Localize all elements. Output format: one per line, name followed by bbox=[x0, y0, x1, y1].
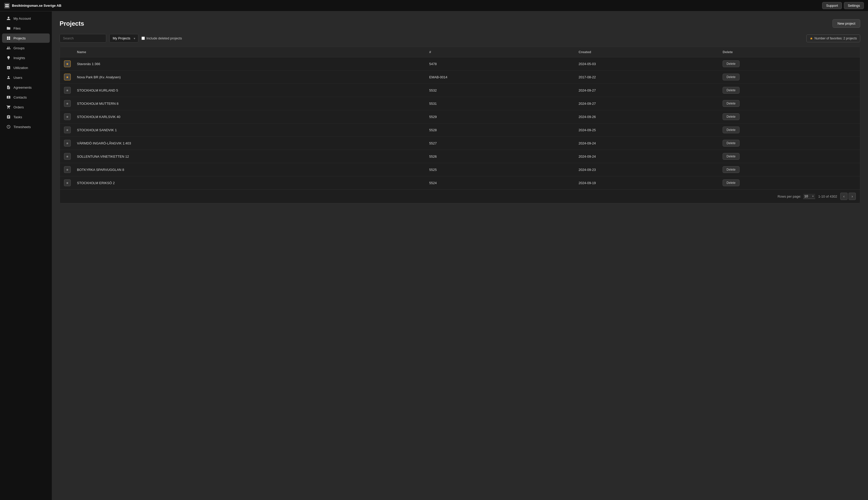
clock-icon bbox=[6, 124, 11, 129]
sidebar-item-agreements[interactable]: Agreements bbox=[2, 83, 50, 92]
favorite-button-9[interactable]: ★ bbox=[64, 180, 71, 186]
delete-button-2[interactable]: Delete bbox=[723, 87, 739, 94]
sidebar-item-groups[interactable]: Groups bbox=[2, 43, 50, 53]
new-project-button[interactable]: New project bbox=[833, 19, 860, 28]
project-name-2: STOCKHOLM KURLAND 5 bbox=[73, 84, 425, 97]
sidebar-item-label: Timesheets bbox=[13, 125, 31, 129]
document-icon bbox=[6, 85, 11, 90]
projects-table-container: Name # Created Delete ★ Stavsnäs 1:366 5… bbox=[60, 47, 860, 203]
delete-button-1[interactable]: Delete bbox=[723, 73, 739, 80]
favorite-button-6[interactable]: ★ bbox=[64, 140, 71, 147]
sidebar-item-timesheets[interactable]: Timesheets bbox=[2, 122, 50, 132]
include-deleted-checkbox[interactable] bbox=[141, 36, 145, 40]
brand-icon bbox=[4, 3, 10, 9]
project-name-1: Nova Park BR (Kv. Analysen) bbox=[73, 70, 425, 84]
project-delete-cell-4: Delete bbox=[718, 110, 860, 123]
sidebar-item-files[interactable]: Files bbox=[2, 24, 50, 33]
sidebar-item-utilization[interactable]: Utilization bbox=[2, 63, 50, 72]
star-cell-0: ★ bbox=[60, 57, 73, 70]
project-name-6: VÄRMDÖ INGARÖ-LÅNGVIK 1:403 bbox=[73, 137, 425, 150]
filter-select[interactable]: My Projects All Projects bbox=[109, 34, 138, 43]
project-name-3: STOCKHOLM MUTTERN 8 bbox=[73, 97, 425, 110]
table-row: ★ Stavsnäs 1:366 5478 2024-05-03 Delete bbox=[60, 57, 860, 70]
sidebar-item-projects[interactable]: Projects bbox=[2, 33, 50, 43]
content: Projects New project My Projects All Pro… bbox=[52, 11, 868, 500]
support-button[interactable]: Support bbox=[822, 2, 842, 9]
prev-page-button[interactable]: ‹ bbox=[840, 193, 847, 200]
project-number-3: 5531 bbox=[425, 97, 574, 110]
topbar-actions: Support Settings bbox=[822, 2, 864, 9]
svg-rect-3 bbox=[7, 6, 9, 7]
filter-select-wrapper: My Projects All Projects bbox=[109, 34, 138, 43]
cart-icon bbox=[6, 105, 11, 110]
sidebar-item-orders[interactable]: Orders bbox=[2, 102, 50, 112]
folder-icon bbox=[6, 26, 11, 31]
star-cell-3: ★ bbox=[60, 97, 73, 110]
star-cell-1: ★ bbox=[60, 70, 73, 84]
include-deleted-label[interactable]: Include deleted projects bbox=[141, 36, 182, 40]
search-input[interactable] bbox=[60, 34, 106, 43]
favorites-badge: ★ Number of favorites: 2 projects bbox=[806, 34, 860, 42]
favorite-button-5[interactable]: ★ bbox=[64, 127, 71, 133]
sidebar-item-users[interactable]: Users bbox=[2, 73, 50, 82]
project-delete-cell-9: Delete bbox=[718, 177, 860, 190]
page-info: 1-10 of 4302 bbox=[818, 194, 837, 198]
favorite-button-0[interactable]: ★ bbox=[64, 60, 71, 67]
project-delete-cell-1: Delete bbox=[718, 70, 860, 84]
project-created-6: 2024-09-24 bbox=[574, 137, 718, 150]
favorite-button-4[interactable]: ★ bbox=[64, 113, 71, 120]
table-row: ★ STOCKHOLM ERIKSÖ 2 5524 2024-09-19 Del… bbox=[60, 177, 860, 190]
delete-button-9[interactable]: Delete bbox=[723, 180, 739, 186]
projects-table: Name # Created Delete ★ Stavsnäs 1:366 5… bbox=[60, 47, 860, 189]
svg-rect-1 bbox=[7, 4, 9, 5]
toolbar: My Projects All Projects Include deleted… bbox=[60, 34, 860, 43]
sidebar-item-label: Files bbox=[13, 26, 21, 30]
table-row: ★ STOCKHOLM KURLAND 5 5532 2024-09-27 De… bbox=[60, 84, 860, 97]
star-icon: ★ bbox=[810, 36, 813, 41]
delete-button-7[interactable]: Delete bbox=[723, 153, 739, 160]
star-cell-9: ★ bbox=[60, 177, 73, 190]
svg-point-4 bbox=[8, 76, 9, 78]
project-number-8: 5525 bbox=[425, 163, 574, 177]
next-page-button[interactable]: › bbox=[848, 193, 856, 200]
project-created-5: 2024-09-25 bbox=[574, 123, 718, 137]
rows-per-page-select[interactable]: 10 25 50 100 bbox=[803, 194, 815, 199]
people-icon bbox=[6, 46, 11, 50]
favorite-button-3[interactable]: ★ bbox=[64, 100, 71, 107]
project-created-3: 2024-09-27 bbox=[574, 97, 718, 110]
sidebar-item-insights[interactable]: Insights bbox=[2, 53, 50, 62]
star-cell-6: ★ bbox=[60, 137, 73, 150]
sidebar-item-my-account[interactable]: My Account bbox=[2, 14, 50, 23]
delete-button-4[interactable]: Delete bbox=[723, 113, 739, 120]
sidebar-item-tasks[interactable]: Tasks bbox=[2, 112, 50, 122]
table-row: ★ STOCKHOLM MUTTERN 8 5531 2024-09-27 De… bbox=[60, 97, 860, 110]
project-created-4: 2024-09-26 bbox=[574, 110, 718, 123]
delete-button-5[interactable]: Delete bbox=[723, 127, 739, 133]
favorite-button-2[interactable]: ★ bbox=[64, 87, 71, 94]
table-row: ★ SOLLENTUNA VINETIKETTEN 12 5526 2024-0… bbox=[60, 150, 860, 163]
delete-button-3[interactable]: Delete bbox=[723, 100, 739, 107]
project-delete-cell-5: Delete bbox=[718, 123, 860, 137]
project-number-4: 5529 bbox=[425, 110, 574, 123]
sidebar-item-label: Projects bbox=[13, 36, 26, 40]
favorite-button-1[interactable]: ★ bbox=[64, 73, 71, 80]
sidebar: My Account Files Projects Groups Insight… bbox=[0, 11, 52, 500]
sidebar-item-contacts[interactable]: Contacts bbox=[2, 93, 50, 102]
project-number-7: 5526 bbox=[425, 150, 574, 163]
rows-per-page-label: Rows per page: bbox=[777, 194, 801, 198]
sidebar-item-label: Orders bbox=[13, 105, 24, 109]
favorite-button-8[interactable]: ★ bbox=[64, 166, 71, 173]
project-created-2: 2024-09-27 bbox=[574, 84, 718, 97]
settings-button[interactable]: Settings bbox=[844, 2, 864, 9]
person-icon bbox=[6, 16, 11, 21]
delete-button-6[interactable]: Delete bbox=[723, 140, 739, 147]
chart-icon bbox=[6, 65, 11, 70]
favorite-button-7[interactable]: ★ bbox=[64, 153, 71, 160]
delete-button-0[interactable]: Delete bbox=[723, 60, 739, 67]
main-layout: My Account Files Projects Groups Insight… bbox=[0, 11, 868, 500]
project-name-4: STOCKHOLM KARLSVIK 40 bbox=[73, 110, 425, 123]
delete-button-8[interactable]: Delete bbox=[723, 166, 739, 173]
star-cell-5: ★ bbox=[60, 123, 73, 137]
table-body: ★ Stavsnäs 1:366 5478 2024-05-03 Delete … bbox=[60, 57, 860, 190]
page-title: Projects bbox=[60, 20, 84, 27]
